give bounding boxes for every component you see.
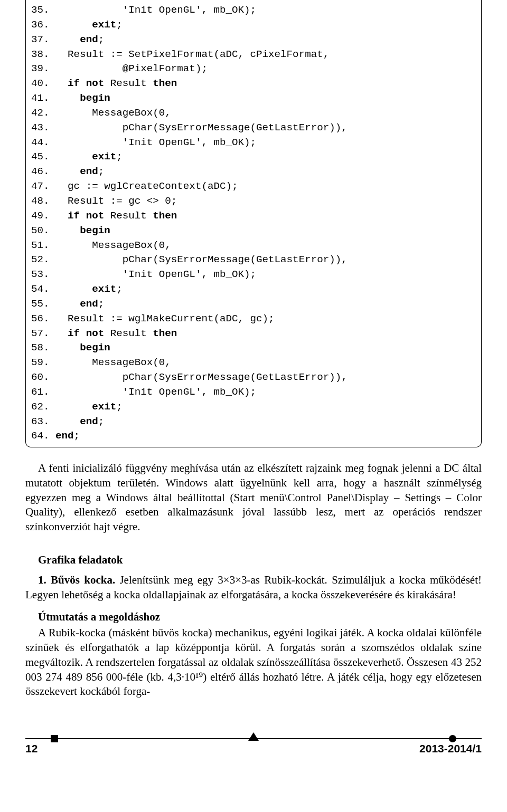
page-footer: 12 2013-2014/1 bbox=[0, 738, 507, 762]
square-icon bbox=[51, 735, 58, 742]
paragraph-intro: A fenti inicializáló függvény meghívása … bbox=[25, 461, 482, 534]
solution-hint-body: A Rubik-kocka (másként bűvös kocka) mech… bbox=[25, 626, 482, 699]
issue-label: 2013-2014/1 bbox=[419, 742, 482, 755]
solution-hint-heading: Útmutatás a megoldáshoz bbox=[25, 610, 482, 624]
circle-icon bbox=[449, 735, 456, 742]
task-1: 1. Bűvös kocka. Jelenítsünk meg egy 3×3×… bbox=[25, 573, 482, 602]
page-content: 35. 'Init OpenGL', mb_OK); 36. exit; 37.… bbox=[0, 0, 507, 710]
code-listing: 35. 'Init OpenGL', mb_OK); 36. exit; 37.… bbox=[25, 0, 482, 447]
footer-rule bbox=[25, 738, 482, 739]
triangle-icon bbox=[248, 732, 259, 741]
page-number: 12 bbox=[25, 742, 37, 755]
task-1-lead: 1. Bűvös kocka. bbox=[38, 574, 115, 586]
section-heading: Grafika feladatok bbox=[25, 553, 482, 567]
